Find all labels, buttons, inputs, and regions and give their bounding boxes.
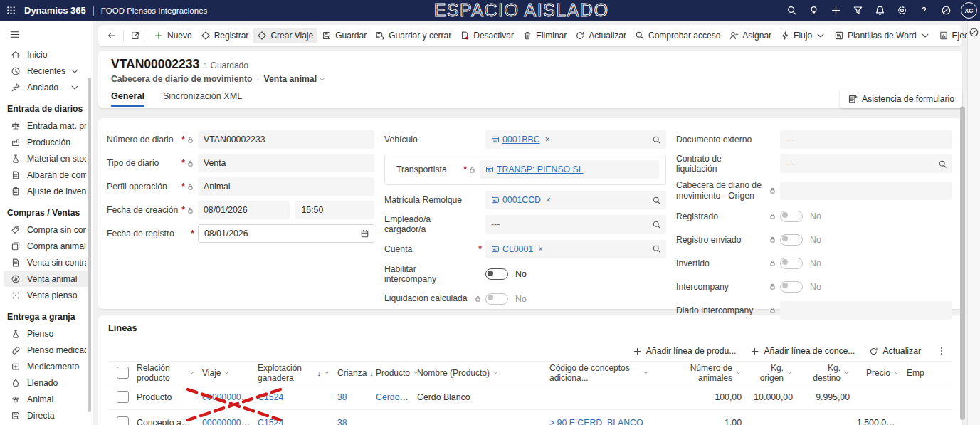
help-icon[interactable] (915, 2, 932, 19)
column-header-kg-destino[interactable]: Kg. destino (800, 363, 857, 383)
tab-general[interactable]: General (111, 91, 144, 107)
search-icon[interactable] (652, 135, 661, 145)
column-header-emp[interactable]: Emp (907, 368, 934, 378)
column-header-nombre-producto[interactable]: Nombre (Producto) (417, 368, 549, 378)
row-checkbox[interactable] (117, 416, 129, 425)
main-scrollbar[interactable] (960, 107, 965, 420)
delete-button[interactable]: Eliminar (518, 28, 571, 43)
save-and-close-button[interactable]: Guardar y cerrar (371, 28, 455, 43)
tab-sincronizacion-xml[interactable]: Sincronización XML (163, 91, 242, 107)
sidebar-item-albaran-de-compra[interactable]: Albarán de compra (4, 167, 89, 183)
matricula-remolque-record-link[interactable]: 0001CCD (502, 195, 541, 205)
sidebar-item-ajuste-de-inventario[interactable]: Ajuste de inventario (4, 183, 89, 199)
crear-viaje-button[interactable]: Crear Viaje (253, 28, 317, 43)
app-launcher-waffle-icon[interactable] (0, 0, 21, 21)
row-checkbox[interactable] (117, 391, 129, 403)
quick-create-plus-icon[interactable] (827, 2, 844, 19)
column-header-codigo-conceptos[interactable]: Código de conceptos adiciona... (549, 363, 656, 383)
column-header-viaje[interactable]: Viaje (202, 368, 258, 378)
sidebar-item-pienso[interactable]: Pienso (4, 325, 89, 342)
explotacion-ganadera-link[interactable]: C1524 (258, 392, 283, 402)
tipo-de-diario-input[interactable]: Venta (198, 154, 374, 172)
user-avatar[interactable]: XC (961, 2, 977, 19)
search-icon[interactable] (652, 196, 661, 205)
cuenta-record-link[interactable]: CL0001 (502, 244, 533, 254)
producto-link[interactable]: Cerdo Bla... (376, 392, 417, 402)
remove-tag-icon[interactable]: × (546, 195, 551, 205)
sidebar-item-venta-sin-contrato[interactable]: Venta sin contrato (4, 254, 89, 271)
crianza-link[interactable]: 38 (337, 392, 347, 402)
search-icon[interactable] (938, 159, 947, 169)
view-selector[interactable]: Venta animal (264, 74, 326, 84)
word-templates-dropdown-button[interactable]: Plantillas de Word (830, 28, 934, 43)
sidebar-item-anclado[interactable]: Anclado (4, 79, 89, 95)
sidebar-item-medicamento[interactable]: Medicamento (4, 358, 89, 374)
sidebar-item-material-en-stock[interactable]: Material en stock (4, 150, 89, 167)
table-row[interactable]: Concepto adicional 000000001635 C1524 38… (108, 410, 952, 425)
sidebar-item-venta-animal-selected[interactable]: Venta animal (4, 271, 89, 287)
sidebar-item-animal[interactable]: Animal (4, 391, 89, 407)
column-header-crianza[interactable]: Crianza↓ (337, 368, 376, 378)
add-concept-line-button[interactable]: Añadir línea de conce... (750, 346, 855, 356)
brand-title[interactable]: Dynamics 365 (24, 5, 86, 16)
matricula-remolque-lookup[interactable]: 0001CCD× (485, 191, 666, 209)
back-button[interactable] (102, 28, 121, 43)
table-row[interactable]: Producto 000000001635 C1524 38 Cerdo Bla… (108, 384, 952, 410)
lightbulb-icon[interactable] (805, 2, 822, 19)
app-name[interactable]: FOOD Piensos Integraciones (101, 6, 208, 15)
habilitar-intercompany-toggle[interactable] (485, 268, 508, 280)
sidebar-item-compra-animal[interactable]: Compra animal (4, 238, 89, 254)
contrato-de-liquidacion-lookup[interactable]: --- (780, 154, 952, 173)
select-all-checkbox[interactable] (117, 367, 129, 379)
codigo-conceptos-link[interactable]: > 90 E CERD_BLANCO (549, 418, 643, 425)
sidebar-item-venta-pienso[interactable]: Venta pienso (4, 287, 89, 303)
search-icon[interactable] (783, 2, 800, 19)
cuenta-lookup[interactable]: CL0001× (485, 240, 666, 258)
sidebar-item-pienso-medicado[interactable]: Pienso medicado (4, 342, 89, 358)
documento-externo-input[interactable]: --- (780, 130, 952, 149)
transportista-lookup[interactable]: TRANSP: PIENSO SL (480, 160, 659, 179)
explotacion-ganadera-link[interactable]: C1524 (258, 418, 283, 425)
fecha-de-creacion-date-input[interactable]: 08/01/2026 (198, 201, 290, 219)
popout-button[interactable] (126, 28, 144, 43)
deactivate-button[interactable]: Desactivar (455, 28, 518, 43)
copilot-icon[interactable] (937, 2, 954, 19)
sidebar-item-inicio[interactable]: Inicio (4, 46, 89, 63)
grid-refresh-button[interactable]: Actualizar (869, 346, 921, 356)
check-access-button[interactable]: Comprobar acceso (631, 28, 725, 43)
save-button[interactable]: Guardar (317, 28, 371, 43)
search-icon[interactable] (652, 244, 661, 253)
numero-de-diario-input[interactable]: VTAN00002233 (198, 130, 374, 149)
sidebar-item-llenado[interactable]: Llenado (4, 374, 89, 391)
search-icon[interactable] (652, 220, 661, 229)
sidebar-item-entrada-mat-prima[interactable]: Entrada mat. prima (4, 117, 89, 134)
sidebar-item-compra-sin-contrato[interactable]: Compra sin contra... (4, 221, 89, 238)
sidebar-item-recientes[interactable]: Recientes (4, 63, 89, 79)
calendar-icon[interactable] (360, 229, 369, 238)
sidebar-scrollbar[interactable] (88, 78, 91, 412)
fecha-de-registro-input[interactable]: 08/01/2026 (198, 224, 374, 243)
column-header-numero-de-animales[interactable]: Número de animales (656, 363, 749, 383)
remove-tag-icon[interactable]: × (538, 244, 543, 254)
perfil-operacion-input[interactable]: Animal (198, 177, 374, 196)
copilot-pane-icon[interactable] (969, 27, 979, 38)
viaje-link[interactable]: 000000001635 (202, 418, 258, 425)
column-header-explotacion-ganadera[interactable]: Explotación ganadera↓ (258, 363, 337, 383)
new-button[interactable]: Nuevo (149, 28, 196, 43)
column-header-relacion-producto[interactable]: Relación producto (137, 363, 202, 383)
sidebar-item-produccion[interactable]: Producción (4, 134, 89, 150)
remove-tag-icon[interactable]: × (545, 135, 550, 145)
assign-button[interactable]: Asignar (725, 28, 776, 43)
form-assistant-button[interactable]: Asistencia de formulario (840, 90, 962, 108)
transportista-record-link[interactable]: TRANSP: PIENSO SL (497, 164, 584, 174)
notifications-bell-icon[interactable] (871, 2, 888, 19)
add-product-line-button[interactable]: Añadir línea de produ... (633, 346, 737, 356)
column-header-kg-origen[interactable]: Kg. origen (749, 363, 800, 383)
fecha-de-creacion-time-input[interactable]: 15:50 (295, 201, 374, 219)
registrar-button[interactable]: Registrar (196, 28, 253, 43)
grid-overflow-menu-icon[interactable] (935, 345, 948, 357)
crianza-link[interactable]: 38 (337, 418, 347, 425)
empleado-cargador-lookup[interactable]: --- (485, 215, 666, 234)
settings-gear-icon[interactable] (893, 2, 910, 19)
filter-icon[interactable] (849, 2, 866, 19)
